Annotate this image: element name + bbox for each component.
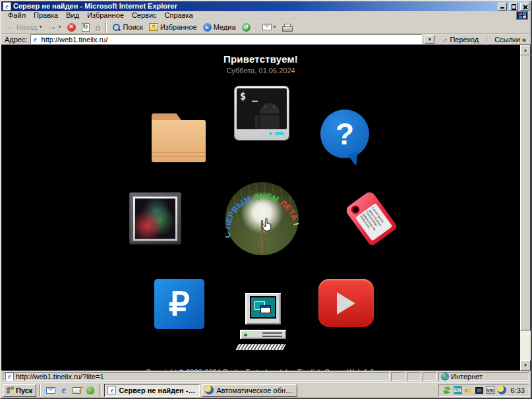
task-button-update[interactable]: Автоматическое обновл... xyxy=(202,384,297,397)
back-button[interactable]: ← Назад ▾ xyxy=(3,21,45,33)
menu-help[interactable]: Справка xyxy=(161,11,197,20)
tag-text: Lorem ipsum dolor sit amet. Consectetur … xyxy=(359,206,389,237)
pc-window xyxy=(260,305,271,313)
price-tag-icon[interactable]: Lorem ipsum dolor sit amet. Consectetur … xyxy=(340,191,397,248)
terminal-bezel xyxy=(237,129,287,137)
restore-button[interactable] xyxy=(509,3,518,11)
start-flag-icon xyxy=(7,386,14,394)
play-triangle-icon xyxy=(337,292,355,315)
refresh-button[interactable]: ↻ xyxy=(79,21,92,33)
menu-tools[interactable]: Сервис xyxy=(128,11,161,20)
tray-display-icon[interactable] xyxy=(475,387,483,394)
close-button[interactable] xyxy=(520,3,529,11)
minimize-button[interactable] xyxy=(498,3,507,11)
links-button[interactable]: Ссылки » xyxy=(492,34,529,46)
back-label: Назад xyxy=(16,23,38,31)
pc-system-unit xyxy=(239,328,287,340)
status-pane xyxy=(407,372,421,381)
vertical-scrollbar[interactable]: ▲ ▼ xyxy=(520,45,531,371)
tray-update-icon[interactable] xyxy=(498,386,506,394)
links-label: Ссылки xyxy=(494,36,520,44)
address-dropdown-button[interactable]: ▾ xyxy=(425,35,434,44)
tag-body: Lorem ipsum dolor sit amet. Consectetur … xyxy=(344,190,398,247)
terminal-led xyxy=(269,132,272,135)
scrollbar-thumb[interactable] xyxy=(520,55,531,330)
scroll-down-button[interactable]: ▼ xyxy=(520,360,531,371)
stop-button[interactable]: ✕ xyxy=(65,21,78,33)
menu-favorites[interactable]: Избранное xyxy=(83,11,128,20)
search-button[interactable]: Поиск xyxy=(109,21,145,33)
media-label: Медиа xyxy=(214,23,236,31)
terminal-led xyxy=(275,132,284,135)
task-button-ie[interactable]: e Сервер не найден - М... xyxy=(104,384,200,397)
tray-vm-icon[interactable]: vm xyxy=(486,386,495,394)
forward-dropdown-icon[interactable]: ▾ xyxy=(59,24,61,30)
task-label: Автоматическое обновл... xyxy=(216,386,294,394)
menu-edit[interactable]: Правка xyxy=(30,11,62,20)
stop-icon: ✕ xyxy=(67,23,76,32)
toolbar-separator xyxy=(256,22,257,32)
scroll-up-button[interactable]: ▲ xyxy=(520,45,531,55)
page-content: Приветствуем! Суббота, 01.06.2024 $ _ ? xyxy=(1,45,531,371)
print-button[interactable] xyxy=(280,21,294,33)
terminal-prompt: $ _ xyxy=(240,90,258,102)
folder-line xyxy=(152,152,206,153)
tag-label: Lorem ipsum dolor sit amet. Consectetur … xyxy=(355,203,393,241)
search-icon xyxy=(112,23,121,32)
restore-icon xyxy=(512,5,516,9)
youtube-icon[interactable] xyxy=(318,279,374,327)
outlook-express-icon[interactable] xyxy=(45,385,55,395)
taskbar: Пуск e e Сервер не найден - М... Автомат… xyxy=(1,382,531,398)
address-value: http://web1.tinelix.ru/ xyxy=(42,36,108,44)
help-icon[interactable]: ? xyxy=(320,109,370,167)
ruble-glyph: ₽ xyxy=(169,288,190,321)
system-tray: EN vm 6:33 xyxy=(438,384,529,397)
mail-icon xyxy=(262,24,272,30)
pc-keyboard xyxy=(233,343,288,352)
tray-volume-icon[interactable] xyxy=(465,386,473,394)
internet-explorer-icon[interactable]: e xyxy=(59,385,69,395)
show-desktop-icon[interactable] xyxy=(72,385,82,395)
title-bar: e Сервер не найден - Microsoft Internet … xyxy=(1,1,531,11)
go-button[interactable]: → Переход xyxy=(437,34,481,46)
addressbar-separator xyxy=(486,34,487,45)
home-button[interactable]: ⌂ xyxy=(93,21,103,33)
links-chevron-icon: » xyxy=(522,36,526,44)
folder-icon[interactable] xyxy=(152,108,206,164)
mail-dropdown-icon[interactable]: ▾ xyxy=(274,24,276,30)
forward-button[interactable]: → ▾ xyxy=(45,21,64,33)
retro-computer-icon[interactable] xyxy=(233,292,291,355)
page-heading: Приветствуем! xyxy=(1,53,520,65)
menu-file[interactable]: Файл xyxy=(4,11,30,20)
forward-arrow-icon: → xyxy=(48,23,57,31)
favorites-button[interactable]: Избранное xyxy=(146,21,200,33)
folder-line xyxy=(152,156,206,157)
image-viewer-icon[interactable] xyxy=(129,193,181,245)
print-icon xyxy=(282,24,291,31)
media-button[interactable]: ▸ Медиа xyxy=(200,21,239,33)
pc-led xyxy=(244,334,247,336)
status-pane xyxy=(391,372,405,381)
ie-page-icon: e xyxy=(3,2,11,11)
ruble-icon[interactable]: ₽ xyxy=(154,279,204,329)
terminal-icon[interactable]: $ _ xyxy=(235,86,289,140)
menu-view[interactable]: Вид xyxy=(62,11,83,20)
start-label: Пуск xyxy=(16,386,32,394)
quick-launch-app-icon[interactable] xyxy=(85,385,95,395)
tray-language-indicator[interactable]: EN xyxy=(454,386,462,394)
taskbar-divider[interactable] xyxy=(39,384,41,396)
refresh-icon: ↻ xyxy=(82,23,90,32)
terminal-screen: $ _ xyxy=(237,88,287,129)
tray-network-icon[interactable] xyxy=(443,386,451,394)
tag-hole xyxy=(351,206,360,214)
taskbar-divider[interactable] xyxy=(100,384,102,396)
history-button[interactable]: ↺ xyxy=(239,21,253,33)
tray-clock[interactable]: 6:33 xyxy=(509,386,525,394)
history-icon: ↺ xyxy=(242,23,251,32)
windows-logo-icon xyxy=(516,11,528,20)
mail-button[interactable]: ▾ xyxy=(260,21,279,33)
address-input[interactable]: e http://web1.tinelix.ru/ xyxy=(30,34,423,44)
back-dropdown-icon[interactable]: ▾ xyxy=(40,24,42,30)
pc-slot xyxy=(262,332,282,334)
start-button[interactable]: Пуск xyxy=(3,384,36,397)
